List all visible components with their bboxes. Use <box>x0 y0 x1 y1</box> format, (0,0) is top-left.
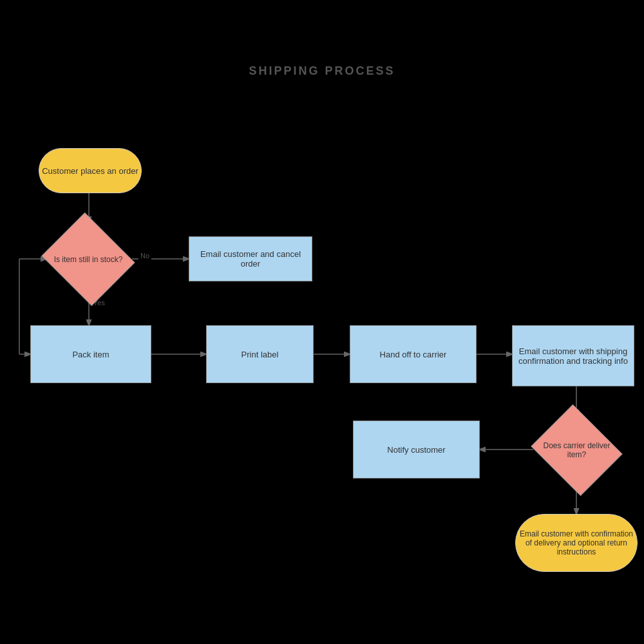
email-delivery-label: Email customer with confirmation of deli… <box>516 529 637 556</box>
email-delivery-node: Email customer with confirmation of deli… <box>515 514 638 572</box>
decision1-node: Is item still in stock? <box>46 222 130 296</box>
handoff-label: Hand off to carrier <box>380 350 447 359</box>
start-node: Customer places an order <box>39 148 142 193</box>
no-label-1: No <box>138 251 151 260</box>
pack-node: Pack item <box>30 325 151 383</box>
notify-label: Notify customer <box>387 445 445 455</box>
print-label: Print label <box>242 350 279 359</box>
email-confirm-node: Email customer with shipping confirmatio… <box>512 325 634 386</box>
page-title: SHIPPING PROCESS <box>0 64 644 78</box>
email-confirm-label: Email customer with shipping confirmatio… <box>513 346 634 366</box>
handoff-node: Hand off to carrier <box>350 325 477 383</box>
print-node: Print label <box>206 325 314 383</box>
cancel-label: Email customer and cancel order <box>189 249 312 269</box>
decision2-node: Does carrier deliver item? <box>536 415 617 485</box>
notify-node: Notify customer <box>353 421 480 478</box>
start-label: Customer places an order <box>42 166 138 176</box>
cancel-node: Email customer and cancel order <box>189 236 312 281</box>
pack-label: Pack item <box>72 350 109 359</box>
